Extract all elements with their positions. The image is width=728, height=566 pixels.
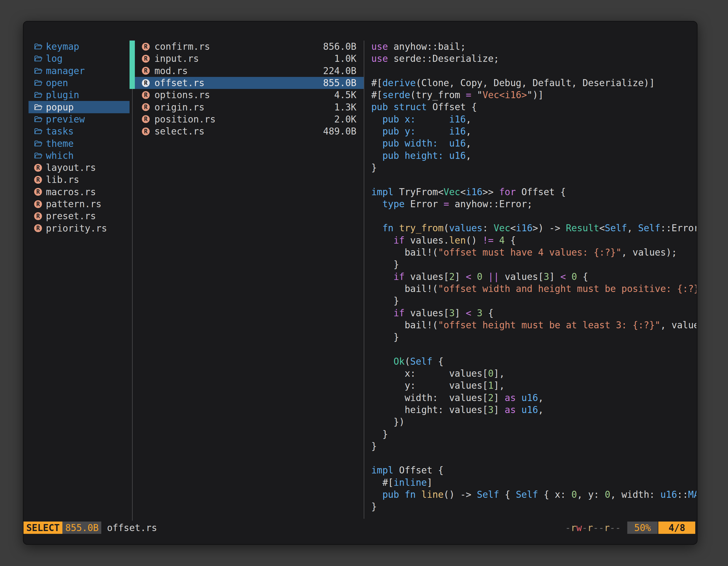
- code-token: 0: [488, 368, 494, 379]
- code-token: [371, 199, 382, 210]
- sidebar-item-layout.rs[interactable]: Rlayout.rs: [29, 162, 130, 174]
- code-token: Vec: [494, 223, 510, 234]
- size-badge: 855.0B: [62, 522, 101, 534]
- sidebar-item-popup[interactable]: popup: [29, 101, 130, 113]
- file-size: 2.0K: [334, 114, 356, 125]
- code-token: [416, 489, 421, 500]
- code-token: impl: [371, 187, 393, 198]
- rust-file-icon: R: [142, 91, 151, 99]
- position-badge: 4/8: [658, 522, 695, 534]
- code-line: #[serde(try_from = "Vec<i16>")]: [371, 89, 696, 101]
- folder-open-icon: [34, 43, 43, 50]
- code-token: if: [393, 235, 405, 246]
- sidebar-item-tasks[interactable]: tasks: [29, 125, 130, 137]
- sidebar-item-pattern.rs[interactable]: Rpattern.rs: [29, 198, 130, 210]
- sidebar-item-priority.rs[interactable]: Rpriority.rs: [29, 222, 130, 234]
- folder-open-icon: [34, 152, 43, 159]
- code-token: [516, 404, 522, 415]
- sidebar-item-log[interactable]: log: [29, 53, 130, 65]
- code-token: ],: [494, 368, 505, 379]
- code-token: ,: [466, 126, 471, 137]
- file-name: confirm.rs: [154, 41, 210, 52]
- file-row-offset.rs[interactable]: Roffset.rs855.0B: [135, 77, 364, 89]
- current-pane: Rconfirm.rs856.0BRinput.rs1.0KRmod.rs224…: [135, 41, 364, 137]
- code-line: bail!("offset width and height must be p…: [371, 283, 696, 295]
- rust-file-icon: R: [34, 212, 43, 220]
- file-name: mod.rs: [154, 65, 188, 76]
- status-left: SELECT 855.0B offset.rs: [24, 522, 157, 534]
- file-name: input.rs: [154, 53, 199, 64]
- rust-file-icon: R: [142, 103, 151, 111]
- code-line: }: [371, 331, 696, 343]
- code-token: fn: [382, 223, 394, 234]
- code-line: [371, 65, 696, 77]
- code-token: y: values[: [371, 380, 488, 391]
- sidebar-item-open[interactable]: open: [29, 77, 130, 89]
- code-token: Self: [638, 223, 660, 234]
- sidebar-item-macros.rs[interactable]: Rmacros.rs: [29, 186, 130, 198]
- code-token: u16: [660, 489, 677, 500]
- code-token: 0: [477, 271, 483, 282]
- code-token: pub x:: [382, 114, 416, 125]
- rust-file-icon: R: [34, 164, 43, 172]
- rust-file-icon: R: [142, 128, 151, 135]
- file-row-options.rs[interactable]: Roptions.rs4.5K: [135, 89, 364, 101]
- code-token: bail!(: [371, 247, 438, 258]
- code-token: try_from: [399, 223, 443, 234]
- code-token: impl: [371, 465, 393, 476]
- code-line: bail!("offset must have 4 values: {:?}",…: [371, 247, 696, 259]
- permission-char: w: [576, 522, 582, 533]
- code-token: ],: [494, 380, 505, 391]
- status-filename: offset.rs: [107, 522, 157, 533]
- code-token: =: [466, 90, 471, 100]
- code-line: if values.len() != 4 {: [371, 234, 696, 247]
- code-token: ,: [466, 138, 471, 149]
- code-token: pub fn: [382, 489, 416, 500]
- sidebar-item-label: pattern.rs: [46, 199, 102, 210]
- code-token: serde: [382, 90, 410, 100]
- sidebar-item-keymap[interactable]: keymap: [29, 41, 130, 53]
- code-token: bail!(: [371, 283, 438, 294]
- code-line: }: [371, 501, 696, 513]
- file-row-position.rs[interactable]: Rposition.rs2.0K: [135, 113, 364, 125]
- sidebar-item-label: which: [46, 150, 74, 161]
- sidebar-item-plugin[interactable]: plugin: [29, 89, 130, 101]
- code-line: }: [371, 440, 696, 452]
- code-token: serde::Deserialize;: [388, 53, 499, 64]
- code-token: , values);: [621, 247, 677, 258]
- code-token: [371, 489, 382, 500]
- code-token: MA: [688, 489, 696, 500]
- sidebar-item-label: preset.rs: [46, 211, 96, 222]
- permission-char: -: [593, 522, 598, 533]
- code-token: ]: [427, 477, 433, 488]
- code-token: }: [371, 501, 377, 512]
- file-row-mod.rs[interactable]: Rmod.rs224.0B: [135, 65, 364, 77]
- sidebar-item-theme[interactable]: theme: [29, 137, 130, 149]
- code-token: (Clone, Copy, Debug, Default, Deserializ…: [416, 78, 655, 88]
- code-token: "offset width and height must be positiv…: [438, 283, 696, 294]
- sidebar-item-manager[interactable]: manager: [29, 65, 130, 77]
- file-row-confirm.rs[interactable]: Rconfirm.rs856.0B: [135, 41, 364, 53]
- code-token: #[: [371, 477, 393, 488]
- code-token: [482, 271, 488, 282]
- code-token: anyhow::bail;: [388, 41, 466, 52]
- file-row-origin.rs[interactable]: Rorigin.rs1.3K: [135, 101, 364, 113]
- sidebar-item-lib.rs[interactable]: Rlib.rs: [29, 174, 130, 186]
- sidebar-item-preset.rs[interactable]: Rpreset.rs: [29, 210, 130, 222]
- code-token: <: [560, 271, 566, 282]
- code-token: <: [466, 307, 471, 318]
- sidebar-item-which[interactable]: which: [29, 150, 130, 162]
- sidebar-item-label: manager: [46, 65, 85, 76]
- sidebar-item-preview[interactable]: preview: [29, 113, 130, 125]
- file-row-input.rs[interactable]: Rinput.rs1.0K: [135, 53, 364, 65]
- code-token: u16: [449, 150, 466, 161]
- folder-open-icon: [34, 128, 43, 135]
- file-row-select.rs[interactable]: Rselect.rs489.0B: [135, 125, 364, 137]
- file-name: position.rs: [154, 114, 216, 125]
- code-token: (try_from: [410, 90, 466, 100]
- code-line: }: [371, 162, 696, 174]
- code-token: len: [449, 235, 466, 246]
- code-token: [371, 114, 382, 125]
- code-line: pub y: i16,: [371, 125, 696, 137]
- code-token: i16: [449, 126, 466, 137]
